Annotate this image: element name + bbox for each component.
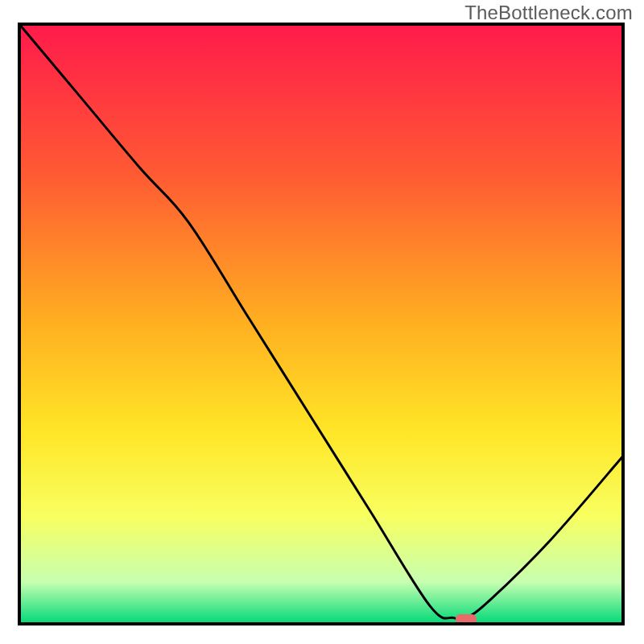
watermark-text: TheBottleneck.com — [464, 2, 633, 24]
bottleneck-chart — [0, 0, 644, 644]
plot-gradient-rect — [19, 24, 623, 624]
